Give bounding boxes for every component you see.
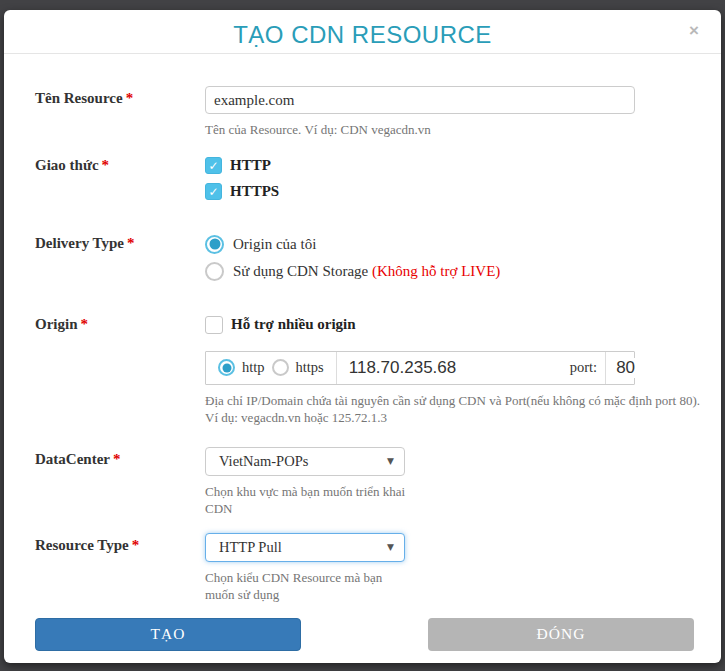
chevron-down-icon: ▼	[387, 456, 394, 466]
checkbox-checked-icon[interactable]: ✓	[205, 157, 222, 174]
resource-name-input[interactable]	[205, 86, 635, 114]
resource-type-selected-value: HTTP Pull	[219, 539, 282, 556]
origin-port-segment	[605, 352, 650, 384]
scheme-http-label: http	[242, 359, 265, 376]
dialog-footer: TẠO ĐÓNG	[4, 618, 721, 651]
dialog-header: TẠO CDN RESOURCE ×	[4, 10, 721, 54]
resource-name-help: Tên của Resource. Ví dụ: CDN vegacdn.vn	[205, 121, 701, 139]
origin-address-group: http https port:	[205, 351, 635, 385]
field-row-resource-name: Tên Resource* Tên của Resource. Ví dụ: C…	[35, 86, 701, 139]
protocol-option-http[interactable]: ✓ HTTP	[205, 153, 701, 179]
port-label: port:	[570, 359, 605, 376]
field-row-datacenter: DataCenter* VietNam-POPs ▼ Chọn khu vực …	[35, 447, 701, 518]
origin-address-segment: port:	[337, 352, 605, 384]
radio-selected-icon[interactable]	[205, 235, 224, 254]
required-asterisk: *	[102, 157, 110, 173]
field-row-resource-type: Resource Type* HTTP Pull ▼ Chọn kiểu CDN…	[35, 533, 701, 604]
origin-port-input[interactable]	[616, 358, 650, 378]
dialog-body: Tên Resource* Tên của Resource. Ví dụ: C…	[4, 54, 721, 604]
datacenter-help: Chọn khu vực mà bạn muốn triển khai CDN	[205, 483, 420, 518]
protocol-option-https[interactable]: ✓ HTTPS	[205, 179, 701, 205]
checkbox-unchecked-icon[interactable]	[205, 316, 223, 334]
resource-name-label: Tên Resource*	[35, 86, 205, 107]
delivery-option-my-origin[interactable]: Origin của tôi	[205, 231, 701, 258]
datacenter-label: DataCenter*	[35, 447, 205, 468]
origin-address-input[interactable]	[349, 358, 570, 378]
radio-unselected-icon[interactable]	[205, 262, 224, 281]
scheme-https-label: https	[296, 359, 324, 376]
multi-origin-label: Hỗ trợ nhiều origin	[231, 316, 356, 333]
required-asterisk: *	[113, 451, 121, 467]
origin-help-line2: Ví dụ: vegacdn.vn hoặc 125.72.1.3	[205, 409, 701, 427]
delivery-option-cdn-storage[interactable]: Sử dụng CDN Storage (Không hỗ trợ LIVE)	[205, 258, 701, 285]
protocol-https-label: HTTPS	[230, 183, 279, 200]
chevron-down-icon: ▼	[387, 542, 394, 552]
origin-scheme-options: http https	[206, 352, 337, 384]
radio-selected-icon[interactable]	[218, 359, 235, 376]
dialog-title: TẠO CDN RESOURCE	[4, 10, 721, 49]
resource-type-select[interactable]: HTTP Pull ▼	[205, 533, 405, 562]
delivery-cdn-storage-label: Sử dụng CDN Storage (Không hỗ trợ LIVE)	[233, 263, 500, 280]
checkbox-checked-icon[interactable]: ✓	[205, 183, 222, 200]
required-asterisk: *	[132, 537, 140, 553]
protocol-label: Giao thức*	[35, 153, 205, 174]
delivery-type-label: Delivery Type*	[35, 231, 205, 252]
datacenter-selected-value: VietNam-POPs	[219, 453, 308, 470]
field-row-protocol: Giao thức* ✓ HTTP ✓ HTTPS	[35, 153, 701, 205]
origin-help: Địa chỉ IP/Domain chứa tài nguyên cần sử…	[205, 392, 701, 427]
delivery-my-origin-label: Origin của tôi	[233, 236, 316, 253]
resource-type-label: Resource Type*	[35, 533, 205, 554]
no-live-support-note: (Không hỗ trợ LIVE)	[372, 263, 500, 279]
origin-label: Origin*	[35, 312, 205, 333]
field-row-delivery-type: Delivery Type* Origin của tôi Sử dụng CD…	[35, 231, 701, 285]
close-button[interactable]: ĐÓNG	[428, 618, 694, 651]
create-cdn-resource-dialog: TẠO CDN RESOURCE × Tên Resource* Tên của…	[4, 10, 721, 663]
multi-origin-option[interactable]: Hỗ trợ nhiều origin	[205, 312, 701, 338]
resource-type-help: Chọn kiểu CDN Resource mà bạn muốn sử dụ…	[205, 569, 410, 604]
required-asterisk: *	[127, 235, 135, 251]
protocol-http-label: HTTP	[230, 157, 271, 174]
field-row-origin: Origin* Hỗ trợ nhiều origin http https	[35, 312, 701, 427]
required-asterisk: *	[81, 316, 89, 332]
radio-unselected-icon[interactable]	[272, 359, 289, 376]
datacenter-select[interactable]: VietNam-POPs ▼	[205, 447, 405, 476]
origin-help-line1: Địa chỉ IP/Domain chứa tài nguyên cần sử…	[205, 392, 701, 410]
create-button[interactable]: TẠO	[35, 618, 301, 651]
required-asterisk: *	[126, 90, 134, 106]
close-icon[interactable]: ×	[689, 22, 699, 39]
